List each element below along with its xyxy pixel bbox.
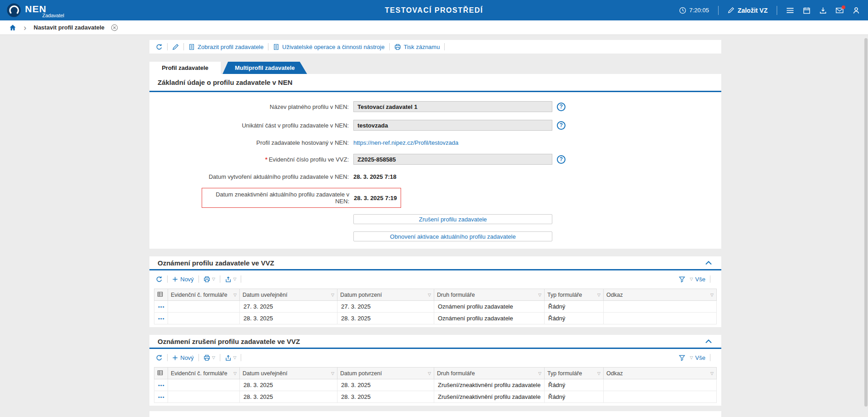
new-record-button[interactable]: Nový [172, 276, 194, 283]
show-all-button[interactable]: Vše [695, 276, 705, 283]
table-row[interactable]: ••• 28. 3. 2025 28. 3. 2025 Oznámení pro… [154, 313, 717, 324]
filter-caret-icon[interactable]: ▽ [329, 371, 334, 376]
row-actions-icon[interactable]: ••• [158, 316, 165, 321]
messages-button[interactable] [836, 7, 843, 14]
row-actions-icon[interactable]: ••• [158, 383, 165, 388]
show-all-caret-icon[interactable]: ▽ [690, 277, 693, 281]
table-row[interactable]: ••• 27. 3. 2025 27. 3. 2025 Oznámení pro… [154, 301, 717, 313]
show-all-caret-icon[interactable]: ▽ [690, 355, 693, 360]
unique-part-input[interactable] [353, 120, 552, 131]
print-options-caret-icon[interactable]: ▽ [212, 277, 215, 281]
filter-caret-icon[interactable]: ▽ [536, 371, 541, 376]
page-scrollbar[interactable] [864, 36, 868, 416]
column-header[interactable]: Typ formuláře▽ [545, 289, 604, 301]
export-button[interactable] [225, 354, 232, 361]
field-row-created-date: Datum vytvoření aktuálního profilu zadav… [149, 172, 721, 181]
filter-caret-icon[interactable]: ▽ [426, 371, 431, 376]
app-logo[interactable]: NEN Zadavatel [0, 3, 64, 18]
collapse-section-icon[interactable] [705, 260, 712, 265]
collapse-section-icon[interactable] [705, 339, 712, 343]
restore-activation-button[interactable]: Obnovení aktivace aktuálního profilu zad… [353, 231, 552, 241]
user-profile-button[interactable] [853, 7, 860, 14]
refresh-button[interactable] [156, 354, 163, 361]
session-time: 7:20:05 [689, 7, 709, 14]
filter-caret-icon[interactable]: ▽ [232, 293, 237, 297]
refresh-button[interactable] [156, 44, 163, 50]
row-actions-icon[interactable]: ••• [158, 394, 165, 400]
filter-caret-icon[interactable]: ▽ [595, 293, 600, 297]
filter-caret-icon[interactable]: ▽ [709, 371, 714, 376]
vvz-number-input[interactable] [353, 154, 552, 165]
print-options-caret-icon[interactable]: ▽ [212, 355, 215, 360]
home-icon[interactable] [9, 24, 16, 31]
refresh-button[interactable] [156, 276, 163, 283]
tab-multiprofil-zadavatele[interactable]: Multiprofil zadavatele [223, 62, 307, 74]
toolbar-divider [241, 275, 241, 283]
new-record-button[interactable]: Nový [172, 354, 194, 361]
plus-icon [172, 276, 178, 282]
hamburger-icon [786, 7, 794, 14]
edit-pencil-icon [728, 7, 734, 14]
downloads-button[interactable] [819, 7, 827, 14]
filter-caret-icon[interactable]: ▽ [232, 371, 237, 376]
export-options-caret-icon[interactable]: ▽ [233, 277, 237, 281]
toolbar-divider [220, 354, 220, 361]
profile-name-input[interactable] [353, 101, 552, 112]
row-actions-icon[interactable]: ••• [158, 304, 165, 309]
table-settings-header[interactable] [154, 289, 168, 301]
toolbar-divider [241, 354, 241, 361]
close-tab-icon[interactable] [111, 24, 118, 31]
table-row[interactable]: ••• 28. 3. 2025 28. 3. 2025 Zrušení/znea… [154, 379, 717, 391]
help-icon[interactable]: ? [557, 103, 565, 111]
person-icon [853, 7, 860, 14]
environment-title: TESTOVACÍ PROSTŘEDÍ [385, 6, 483, 15]
show-all-button[interactable]: Vše [695, 354, 705, 361]
column-header[interactable]: Druh formuláře▽ [434, 368, 545, 379]
column-header[interactable]: Evidenční č. formuláře▽ [168, 289, 240, 301]
table-row[interactable]: ••• 28. 3. 2025 28. 3. 2025 Zrušení/znea… [154, 391, 717, 403]
filter-caret-icon[interactable]: ▽ [426, 293, 431, 297]
session-clock: 7:20:05 [679, 7, 709, 14]
show-profile-link[interactable]: Zobrazit profil zadavatele [188, 44, 263, 50]
calendar-button[interactable] [803, 7, 810, 14]
table-settings-header[interactable] [154, 368, 168, 379]
filter-caret-icon[interactable]: ▽ [536, 293, 541, 297]
column-header[interactable]: Typ formuláře▽ [545, 368, 604, 379]
help-icon[interactable]: ? [557, 155, 565, 164]
column-header[interactable]: Datum potvrzení▽ [337, 289, 434, 301]
export-options-caret-icon[interactable]: ▽ [233, 355, 237, 360]
column-header[interactable]: Odkaz▽ [604, 289, 717, 301]
print-record-link[interactable]: Tisk záznamu [394, 44, 440, 50]
column-header[interactable]: Evidenční č. formuláře▽ [168, 368, 240, 379]
edit-record-button[interactable] [172, 44, 179, 50]
profile-tabs: Profil zadavatele Multiprofil zadavatele [149, 62, 721, 74]
field-label: Název platného profilu v NEN: [149, 103, 349, 110]
cancel-profile-button[interactable]: Zrušení profilu zadavatele [353, 214, 552, 224]
create-vz-button[interactable]: Založit VZ [728, 7, 768, 14]
filter-icon[interactable] [679, 276, 685, 283]
filter-caret-icon[interactable]: ▽ [595, 371, 600, 376]
column-header[interactable]: Datum uveřejnění▽ [240, 289, 337, 301]
user-operations-link[interactable]: Uživatelské operace a činnosti nástroje [273, 44, 384, 50]
plus-icon [172, 355, 178, 361]
toolbar-divider [268, 43, 268, 50]
column-header[interactable]: Datum uveřejnění▽ [240, 368, 337, 379]
toolbar-divider [710, 354, 710, 361]
column-header[interactable]: Odkaz▽ [604, 368, 717, 379]
column-header[interactable]: Datum potvrzení▽ [337, 368, 434, 379]
menu-button[interactable] [786, 7, 794, 14]
filter-caret-icon[interactable]: ▽ [329, 293, 334, 297]
export-button[interactable] [225, 276, 232, 283]
scrollbar-thumb[interactable] [864, 38, 868, 407]
clock-icon [679, 7, 686, 14]
breadcrumb-current[interactable]: Nastavit profil zadavatele [34, 24, 104, 31]
table-grid-icon [157, 370, 163, 376]
filter-icon[interactable] [679, 354, 685, 361]
column-header[interactable]: Druh formuláře▽ [434, 289, 545, 301]
filter-caret-icon[interactable]: ▽ [709, 293, 714, 297]
tab-profil-zadavatele[interactable]: Profil zadavatele [149, 62, 221, 74]
help-icon[interactable]: ? [557, 121, 565, 130]
print-grid-button[interactable] [203, 276, 210, 283]
print-grid-button[interactable] [203, 354, 210, 361]
profile-url-link[interactable]: https://nen-ref.nipez.cz/Profil/testovza… [353, 139, 458, 146]
